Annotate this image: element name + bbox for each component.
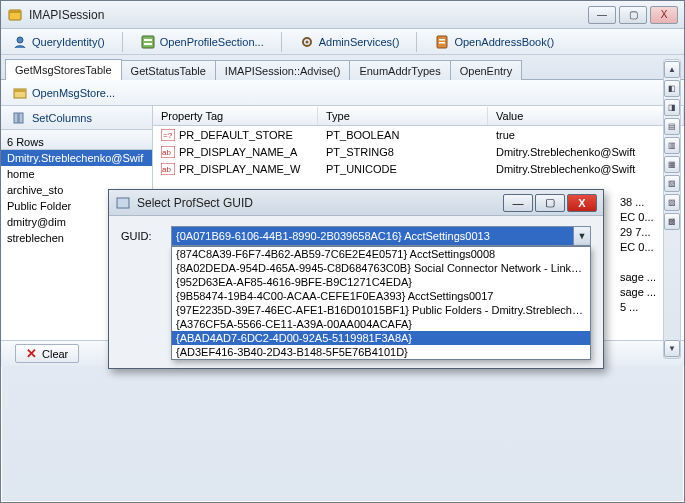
- scroll-tool-icon[interactable]: ▩: [664, 213, 680, 230]
- dialog-close-button[interactable]: X: [567, 194, 597, 212]
- dropdown-item[interactable]: {9B58474-19B4-4C00-ACAA-CEFE1F0EA393} Ac…: [172, 289, 590, 303]
- tab-enumaddrtypes[interactable]: EnumAddrTypes: [349, 60, 450, 80]
- svg-rect-21: [117, 198, 129, 208]
- toolbar-label: AdminServices(): [319, 36, 400, 48]
- list-item[interactable]: home: [1, 166, 152, 182]
- dialog-maximize-button[interactable]: ▢: [535, 194, 565, 212]
- dialog-titlebar[interactable]: Select ProfSect GUID — ▢ X: [109, 190, 603, 216]
- svg-rect-14: [19, 113, 23, 123]
- cell-tag: PR_DISPLAY_NAME_A: [179, 146, 297, 158]
- open-msg-store-label: OpenMsgStore...: [32, 87, 115, 99]
- left-toolbar: SetColumns: [1, 106, 152, 130]
- query-identity-button[interactable]: QueryIdentity(): [5, 31, 112, 53]
- cell-value: Dmitry.Streblechenko@Swift: [488, 162, 684, 176]
- scroll-tool-icon[interactable]: ▨: [664, 194, 680, 211]
- dropdown-item[interactable]: {97E2235D-39E7-46EC-AFE1-B16D01015BF1} P…: [172, 303, 590, 317]
- dialog-window-controls: — ▢ X: [503, 194, 597, 212]
- toolbar-label: OpenAddressBook(): [454, 36, 554, 48]
- open-msg-store-button[interactable]: OpenMsgStore...: [5, 82, 122, 104]
- tab-advise[interactable]: IMAPISession::Advise(): [215, 60, 351, 80]
- dropdown-item[interactable]: {A376CF5A-5566-CE11-A39A-00AA004ACAFA}: [172, 317, 590, 331]
- close-button[interactable]: X: [650, 6, 678, 24]
- dropdown-item[interactable]: {8A02DEDA-954D-465A-9945-C8D684763C0B} S…: [172, 261, 590, 275]
- scroll-up-icon[interactable]: ▲: [664, 61, 680, 78]
- clipped-text: sage ...: [620, 270, 656, 285]
- col-property-tag[interactable]: Property Tag: [153, 107, 318, 125]
- cell-type: PT_UNICODE: [318, 162, 488, 176]
- clipped-text: EC 0...: [620, 210, 656, 225]
- scroll-tool-icon[interactable]: ◨: [664, 99, 680, 116]
- col-value[interactable]: Value: [488, 107, 684, 125]
- store-icon: [12, 85, 28, 101]
- row-count: 6 Rows: [1, 130, 152, 150]
- guid-input[interactable]: [171, 226, 591, 246]
- clipped-values: 38 ... EC 0... 29 7... EC 0... sage ... …: [620, 195, 656, 315]
- dropdown-item[interactable]: {AD3EF416-3B40-2D43-B148-5F5E76B4101D}: [172, 345, 590, 359]
- open-profile-section-button[interactable]: OpenProfileSection...: [133, 31, 271, 53]
- guid-combobox[interactable]: ▼ {874C8A39-F6F7-4B62-AB59-7C6E2E4E0571}…: [171, 226, 591, 246]
- table-row[interactable]: =? PR_DEFAULT_STORE PT_BOOLEAN true: [153, 126, 684, 143]
- list-item[interactable]: Dmitry.Streblechenko@Swif: [1, 150, 152, 166]
- bool-icon: =?: [161, 129, 175, 141]
- columns-icon: [12, 110, 28, 126]
- dialog-icon: [115, 195, 131, 211]
- toolbar-label: QueryIdentity(): [32, 36, 105, 48]
- dropdown-item[interactable]: {874C8A39-F6F7-4B62-AB59-7C6E2E4E0571} A…: [172, 247, 590, 261]
- dropdown-item[interactable]: {ABAD4AD7-6DC2-4D00-92A5-5119981F3A8A}: [172, 331, 590, 345]
- window-controls: — ▢ X: [585, 6, 678, 24]
- dialog-minimize-button[interactable]: —: [503, 194, 533, 212]
- svg-rect-1: [9, 10, 21, 13]
- tab-getmsgstorestable[interactable]: GetMsgStoresTable: [5, 59, 122, 80]
- separator: [122, 32, 123, 52]
- string-icon: ab: [161, 146, 175, 158]
- string-icon: ab: [161, 163, 175, 175]
- svg-rect-9: [439, 39, 445, 41]
- dropdown-item[interactable]: {952D63EA-AF85-4616-9BFE-B9C1271C4EDA}: [172, 275, 590, 289]
- clipped-text: 38 ...: [620, 195, 656, 210]
- svg-text:ab: ab: [162, 148, 171, 157]
- scroll-tool-icon[interactable]: ▥: [664, 137, 680, 154]
- tab-strip: GetMsgStoresTable GetStatusTable IMAPISe…: [1, 55, 684, 80]
- cell-tag: PR_DISPLAY_NAME_W: [179, 163, 300, 175]
- clear-button[interactable]: ✕ Clear: [15, 344, 79, 363]
- tab-openentry[interactable]: OpenEntry: [450, 60, 523, 80]
- right-scrollbar[interactable]: ▲ ◧ ◨ ▤ ▥ ▦ ▧ ▨ ▩ ▼: [663, 59, 681, 359]
- toolbar-label: OpenProfileSection...: [160, 36, 264, 48]
- clear-x-icon: ✕: [26, 347, 37, 360]
- open-address-book-button[interactable]: OpenAddressBook(): [427, 31, 561, 53]
- main-titlebar[interactable]: IMAPISession — ▢ X: [1, 1, 684, 29]
- tab-getstatustable[interactable]: GetStatusTable: [121, 60, 216, 80]
- svg-text:=?: =?: [163, 131, 173, 140]
- sub-toolbar: OpenMsgStore...: [1, 80, 684, 106]
- cell-type: PT_BOOLEAN: [318, 128, 488, 142]
- col-type[interactable]: Type: [318, 107, 488, 125]
- guid-row: GUID: ▼ {874C8A39-F6F7-4B62-AB59-7C6E2E4…: [121, 226, 591, 246]
- select-profsect-guid-dialog: Select ProfSect GUID — ▢ X GUID: ▼ {874C…: [108, 189, 604, 369]
- maximize-button[interactable]: ▢: [619, 6, 647, 24]
- svg-text:ab: ab: [162, 165, 171, 174]
- cell-type: PT_STRING8: [318, 145, 488, 159]
- minimize-button[interactable]: —: [588, 6, 616, 24]
- cell-value: true: [488, 128, 684, 142]
- guid-label: GUID:: [121, 230, 161, 242]
- svg-point-2: [17, 37, 23, 43]
- scroll-down-icon[interactable]: ▼: [664, 340, 680, 357]
- window-title: IMAPISession: [29, 8, 585, 22]
- main-toolbar: QueryIdentity() OpenProfileSection... Ad…: [1, 29, 684, 55]
- scroll-tool-icon[interactable]: ▧: [664, 175, 680, 192]
- set-columns-label: SetColumns: [32, 112, 92, 124]
- scroll-tool-icon[interactable]: ▤: [664, 118, 680, 135]
- app-icon: [7, 7, 23, 23]
- dialog-body: GUID: ▼ {874C8A39-F6F7-4B62-AB59-7C6E2E4…: [109, 216, 603, 256]
- table-row[interactable]: ab PR_DISPLAY_NAME_W PT_UNICODE Dmitry.S…: [153, 160, 684, 177]
- admin-services-button[interactable]: AdminServices(): [292, 31, 407, 53]
- table-row[interactable]: ab PR_DISPLAY_NAME_A PT_STRING8 Dmitry.S…: [153, 143, 684, 160]
- svg-rect-4: [144, 39, 152, 41]
- guid-dropdown[interactable]: {874C8A39-F6F7-4B62-AB59-7C6E2E4E0571} A…: [171, 246, 591, 360]
- scroll-tool-icon[interactable]: ◧: [664, 80, 680, 97]
- chevron-down-icon: ▼: [578, 231, 587, 241]
- combo-dropdown-button[interactable]: ▼: [573, 227, 590, 245]
- scroll-tool-icon[interactable]: ▦: [664, 156, 680, 173]
- set-columns-button[interactable]: SetColumns: [5, 107, 99, 129]
- profile-icon: [140, 34, 156, 50]
